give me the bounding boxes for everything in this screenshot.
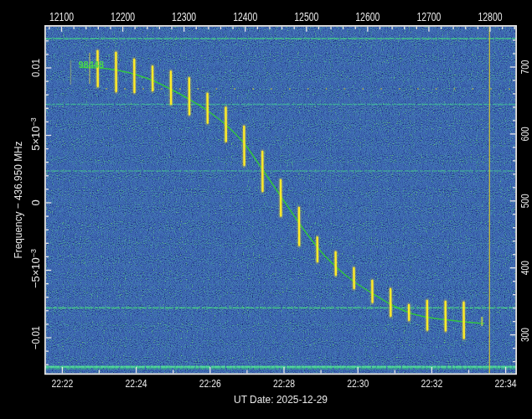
svg-text:0.01: 0.01	[29, 59, 42, 77]
svg-text:12600: 12600	[355, 10, 380, 23]
svg-text:0: 0	[29, 199, 42, 205]
svg-text:22:22: 22:22	[51, 378, 73, 390]
svg-text:12100: 12100	[49, 10, 74, 23]
svg-text:98448: 98448	[79, 59, 105, 70]
svg-text:UT Date: 2025-12-29: UT Date: 2025-12-29	[234, 394, 328, 406]
svg-text:300: 300	[519, 328, 531, 342]
svg-text:12400: 12400	[233, 10, 257, 23]
svg-text:12500: 12500	[294, 10, 318, 23]
svg-text:22:26: 22:26	[199, 378, 221, 390]
svg-text:500: 500	[519, 194, 531, 208]
svg-text:22:28: 22:28	[273, 378, 295, 390]
svg-text:700: 700	[519, 60, 531, 75]
svg-text:22:32: 22:32	[421, 378, 442, 390]
svg-text:22:30: 22:30	[347, 378, 369, 390]
svg-text:Frequency − 436.950 MHz: Frequency − 436.950 MHz	[13, 142, 24, 259]
svg-text:12800: 12800	[478, 10, 503, 23]
svg-text:12200: 12200	[111, 10, 135, 23]
svg-text:12700: 12700	[416, 10, 441, 23]
svg-text:12300: 12300	[172, 10, 196, 23]
svg-text:22:24: 22:24	[126, 378, 147, 390]
svg-text:−0.01: −0.01	[29, 326, 42, 349]
svg-text:400: 400	[519, 261, 531, 275]
svg-text:22:34: 22:34	[495, 378, 517, 390]
svg-text:600: 600	[519, 127, 531, 141]
